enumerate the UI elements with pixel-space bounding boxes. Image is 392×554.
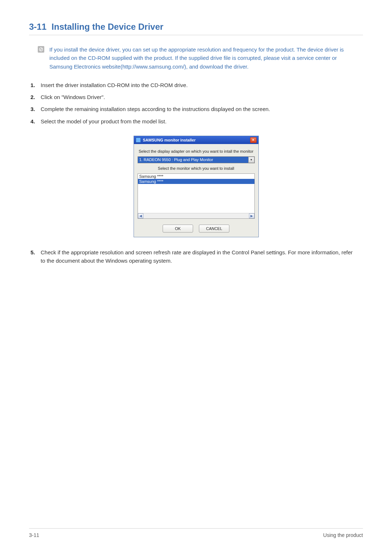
steps-list-top: Insert the driver installation CD-ROM in… <box>30 81 356 126</box>
list-item: Check if the appropriate resolution and … <box>30 248 356 265</box>
list-item[interactable]: Samsung **** <box>138 174 254 179</box>
page-footer: 3-11 Using the product <box>29 528 363 538</box>
chevron-down-icon[interactable]: ▾ <box>248 157 254 163</box>
scroll-track[interactable] <box>143 213 249 218</box>
horizontal-scrollbar[interactable]: ◀ ▶ <box>138 213 254 218</box>
adapter-dropdown-text: 1. RADEON 9550 : Plug and Play Monitor <box>139 157 248 162</box>
monitor-listbox[interactable]: Samsung **** Samsung **** ◀ ▶ <box>138 173 255 219</box>
footer-page-number: 3-11 <box>29 532 39 538</box>
footer-section-name: Using the product <box>323 532 363 538</box>
note-text: If you install the device driver, you ca… <box>49 45 356 71</box>
installer-label-monitor: Select the monitor which you want to ins… <box>138 166 255 171</box>
scroll-right-icon[interactable]: ▶ <box>249 213 254 218</box>
scroll-left-icon[interactable]: ◀ <box>138 213 143 218</box>
section-number: 3-11 <box>29 22 46 32</box>
list-item: Select the model of your product from th… <box>30 117 356 126</box>
installer-label-adapter: Select the display adapter on which you … <box>138 149 255 153</box>
page-title: Installing the Device Driver <box>52 22 163 32</box>
installer-title: SAMSUNG monitor installer <box>143 138 250 142</box>
list-item: Click on "Windows Driver". <box>30 93 356 101</box>
note-icon <box>38 46 44 53</box>
installer-titlebar: SAMSUNG monitor installer × <box>134 136 258 144</box>
steps-list-bottom: Check if the appropriate resolution and … <box>30 248 356 265</box>
ok-button[interactable]: OK <box>163 225 193 233</box>
adapter-dropdown[interactable]: 1. RADEON 9550 : Plug and Play Monitor ▾ <box>138 156 255 163</box>
note-block: If you install the device driver, you ca… <box>38 45 356 71</box>
cancel-button[interactable]: CANCEL <box>199 225 229 233</box>
app-icon <box>136 138 141 143</box>
list-item: Insert the driver installation CD-ROM in… <box>30 81 356 89</box>
list-item[interactable]: Samsung **** <box>138 179 254 184</box>
svg-line-1 <box>40 48 42 50</box>
list-item: Complete the remaining installation step… <box>30 105 356 113</box>
close-icon[interactable]: × <box>250 137 257 143</box>
installer-dialog: SAMSUNG monitor installer × Select the d… <box>134 136 259 237</box>
